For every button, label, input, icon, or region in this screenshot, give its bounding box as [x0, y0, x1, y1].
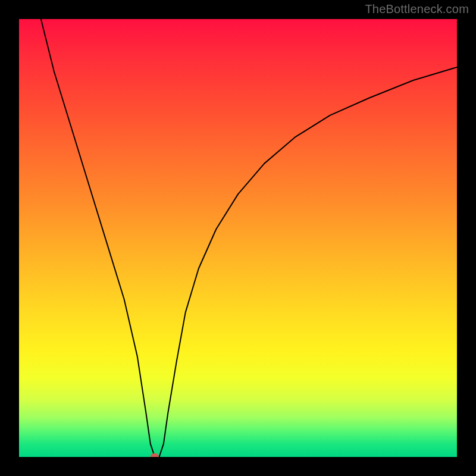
chart-frame: TheBottleneck.com [0, 0, 476, 476]
minimum-marker [151, 453, 159, 457]
plot-area [19, 19, 457, 457]
curve-svg [19, 19, 457, 457]
watermark-text: TheBottleneck.com [365, 2, 469, 16]
bottleneck-curve-path [41, 19, 457, 457]
